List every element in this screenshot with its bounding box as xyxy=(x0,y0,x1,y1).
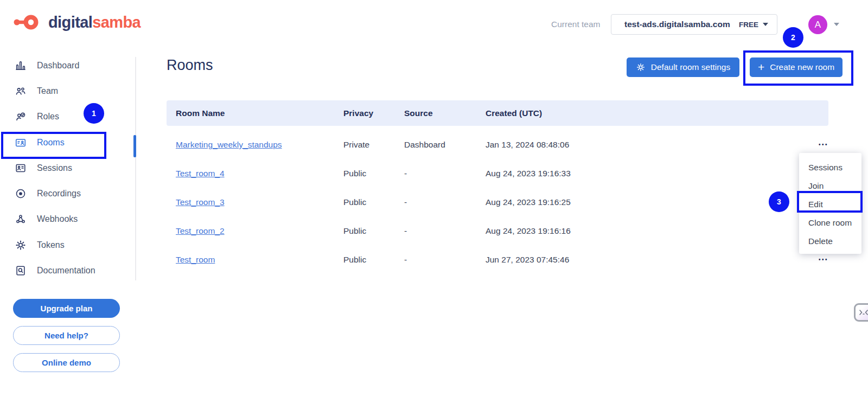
upgrade-plan-label: Upgrade plan xyxy=(41,304,93,313)
table-row: Test_room_2 Public - Aug 24, 2023 19:16:… xyxy=(167,216,828,245)
brand-logo[interactable]: digitalsamba xyxy=(13,12,141,32)
created-cell: Aug 24, 2023 19:16:25 xyxy=(486,188,571,216)
table-row: Test_room_3 Public - Aug 24, 2023 19:16:… xyxy=(167,188,828,216)
source-cell: - xyxy=(404,188,407,216)
privacy-cell: Public xyxy=(343,216,366,245)
created-cell: Aug 24, 2023 19:16:16 xyxy=(486,216,571,245)
menu-item-sessions[interactable]: Sessions xyxy=(808,158,861,177)
need-help-label: Need help? xyxy=(44,331,88,340)
page-title: Rooms xyxy=(167,57,213,74)
created-cell: Jan 13, 2024 08:48:06 xyxy=(486,130,569,159)
created-cell: Aug 24, 2023 19:16:33 xyxy=(486,159,571,188)
doc-search-icon xyxy=(14,265,27,277)
sidebar-item-webhooks[interactable]: Webhooks xyxy=(14,207,123,232)
sidebar-item-label: Team xyxy=(37,86,58,96)
team-domain: test-ads.digitalsamba.com xyxy=(624,20,730,29)
sessions-icon xyxy=(14,162,27,174)
table-row: Test_room Public - Jun 27, 2023 07:45:46 xyxy=(167,245,828,274)
sidebar-item-dashboard[interactable]: Dashboard xyxy=(14,53,123,78)
default-room-settings-button[interactable]: Default room settings xyxy=(627,57,739,77)
sidebar-active-indicator xyxy=(133,135,136,157)
room-link[interactable]: Test_room xyxy=(176,245,215,274)
sidebar-item-label: Roles xyxy=(37,112,59,121)
table-header: Room Name Privacy Source Created (UTC) xyxy=(167,100,828,126)
room-link[interactable]: Test_room_3 xyxy=(176,188,225,216)
column-header-privacy: Privacy xyxy=(343,100,373,126)
gear-icon xyxy=(14,239,27,251)
plus-icon: + xyxy=(758,61,764,73)
record-icon xyxy=(14,188,27,200)
rooms-icon xyxy=(14,137,27,149)
default-room-settings-label: Default room settings xyxy=(651,62,730,72)
avatar[interactable]: A xyxy=(808,15,827,34)
create-new-room-button[interactable]: + Create new room xyxy=(750,57,843,77)
sidebar-item-sessions[interactable]: Sessions xyxy=(14,156,123,181)
sidebar-item-tokens[interactable]: Tokens xyxy=(14,233,123,258)
table-row: Marketing_weekly_standups Private Dashbo… xyxy=(167,130,828,159)
smiley-face-icon xyxy=(859,309,868,316)
online-demo-label: Online demo xyxy=(42,358,91,367)
room-link[interactable]: Test_room_4 xyxy=(176,159,225,188)
sidebar-item-label: Tokens xyxy=(37,240,65,250)
row-context-menu: Sessions Join Edit Clone room Delete xyxy=(799,153,861,254)
sidebar-divider xyxy=(135,57,136,280)
plan-badge-label: FREE xyxy=(739,21,758,29)
sidebar-item-label: Recordings xyxy=(37,189,81,199)
table-row: Test_room_4 Public - Aug 24, 2023 19:16:… xyxy=(167,159,828,188)
source-cell: - xyxy=(404,216,407,245)
source-cell: Dashboard xyxy=(404,130,445,159)
sidebar-item-label: Webhooks xyxy=(37,214,78,224)
annotation-step-2: 2 xyxy=(783,27,803,48)
source-cell: - xyxy=(404,245,407,274)
privacy-cell: Private xyxy=(343,130,369,159)
sidebar-item-label: Rooms xyxy=(37,138,65,148)
avatar-initial: A xyxy=(815,20,821,30)
source-cell: - xyxy=(404,159,407,188)
menu-item-delete[interactable]: Delete xyxy=(808,232,861,251)
menu-item-clone-room[interactable]: Clone room xyxy=(808,214,861,232)
bar-chart-icon xyxy=(14,60,27,72)
plan-badge: FREE xyxy=(739,21,768,29)
column-header-created: Created (UTC) xyxy=(486,100,542,126)
team-selector[interactable]: test-ads.digitalsamba.com FREE xyxy=(611,14,777,35)
sidebar-item-documentation[interactable]: Documentation xyxy=(14,258,123,283)
sidebar-item-label: Documentation xyxy=(37,266,95,276)
privacy-cell: Public xyxy=(343,245,366,274)
privacy-cell: Public xyxy=(343,188,366,216)
wordmark-digital: digital xyxy=(48,14,92,31)
create-new-room-label: Create new room xyxy=(770,62,834,72)
need-help-button[interactable]: Need help? xyxy=(13,326,120,345)
sidebar-item-roles[interactable]: Roles xyxy=(14,104,123,129)
team-icon xyxy=(14,85,27,97)
roles-icon xyxy=(14,111,27,123)
chevron-down-icon xyxy=(763,23,768,26)
brand-wordmark: digitalsamba xyxy=(48,14,141,31)
room-link[interactable]: Test_room_2 xyxy=(176,216,225,245)
wordmark-samba: samba xyxy=(92,14,141,31)
digitalsamba-dot-icon xyxy=(13,12,41,32)
privacy-cell: Public xyxy=(343,159,366,188)
sidebar-item-label: Dashboard xyxy=(37,61,79,71)
upgrade-plan-button[interactable]: Upgrade plan xyxy=(13,299,120,318)
column-header-room-name: Room Name xyxy=(176,100,225,126)
gear-icon xyxy=(636,62,646,72)
menu-item-edit[interactable]: Edit xyxy=(808,195,861,214)
column-header-source: Source xyxy=(404,100,433,126)
created-cell: Jun 27, 2023 07:45:46 xyxy=(486,245,569,274)
current-team-label: Current team xyxy=(551,20,600,29)
room-link[interactable]: Marketing_weekly_standups xyxy=(176,130,282,159)
sidebar-item-recordings[interactable]: Recordings xyxy=(14,181,123,206)
online-demo-button[interactable]: Online demo xyxy=(13,353,120,372)
sidebar-item-rooms[interactable]: Rooms xyxy=(14,130,123,155)
chat-widget-button[interactable] xyxy=(854,303,868,322)
sidebar-item-team[interactable]: Team xyxy=(14,79,123,104)
sidebar-item-label: Sessions xyxy=(37,163,72,173)
webhooks-icon xyxy=(14,213,27,225)
menu-item-join[interactable]: Join xyxy=(808,177,861,195)
avatar-chevron-down-icon[interactable] xyxy=(834,23,839,26)
